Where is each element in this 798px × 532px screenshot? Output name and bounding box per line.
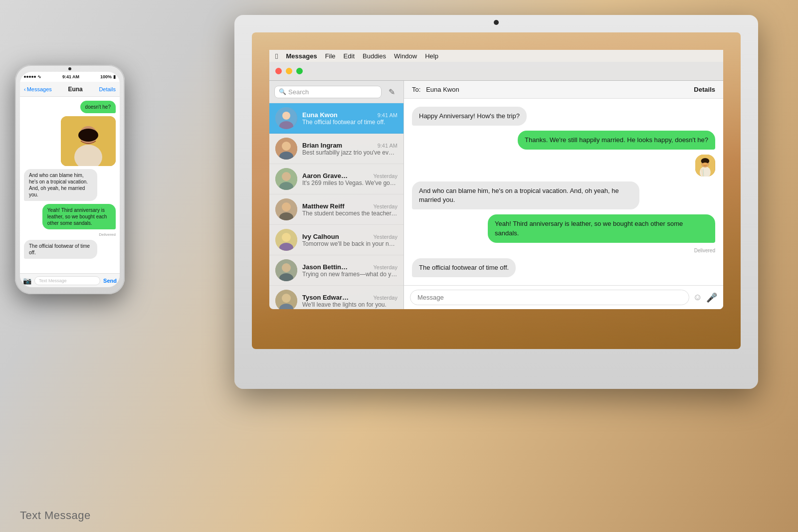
chat-messages: Happy Anniversary! How's the trip? Thank… <box>404 99 723 285</box>
emoji-button[interactable]: ☺ <box>693 292 702 303</box>
avatar-brian <box>275 138 297 160</box>
conv-details-tyson: Tyson Edwar… Yesterday We'll leave the l… <box>302 294 398 308</box>
menu-buddies[interactable]: Buddies <box>363 52 386 60</box>
ios-msg-3: And who can blame him, he's on a tropica… <box>24 169 97 201</box>
menu-file[interactable]: File <box>325 52 336 60</box>
signal-dot-4 <box>31 76 33 78</box>
conv-preview-jason: Trying on new frames—what do you think o… <box>302 271 398 278</box>
conversation-item-matthew[interactable]: Matthew Reiff Yesterday The student beco… <box>269 194 403 225</box>
svg-rect-29 <box>701 169 710 177</box>
svg-point-7 <box>282 172 291 181</box>
conv-time-matthew: Yesterday <box>373 203 398 209</box>
to-prefix: To: <box>412 86 420 93</box>
conv-name-tyson: Tyson Edwar… <box>302 294 349 301</box>
wifi-icon: ∿ <box>37 74 41 79</box>
signal-dot-1 <box>24 76 26 78</box>
back-arrow-icon: ‹ <box>24 86 26 92</box>
conv-preview-ivy: Tomorrow we'll be back in your neighborh… <box>302 240 398 247</box>
avatar-aaron <box>275 168 297 190</box>
message-input[interactable] <box>410 290 689 305</box>
chat-contact-name: Euna Kwon <box>426 86 459 93</box>
ios-input-bar: 📷 Text Message Send <box>20 273 120 287</box>
ios-msg-6: The official footwear of time off. <box>24 240 97 259</box>
avatar-euna <box>275 107 297 129</box>
ios-delivered-label: Delivered <box>24 232 116 237</box>
macbook-frame:  Messages File Edit Buddies Window Help <box>234 15 758 389</box>
menu-edit[interactable]: Edit <box>344 52 355 60</box>
conversation-item-jason[interactable]: Jason Bettin… Yesterday Trying on new fr… <box>269 255 403 286</box>
svg-point-19 <box>282 294 291 303</box>
minimize-button[interactable] <box>286 68 292 74</box>
message-6: The official footwear of time off. <box>412 258 516 277</box>
ios-camera-icon[interactable]: 📷 <box>23 277 31 285</box>
svg-point-1 <box>282 112 290 120</box>
conv-name-aaron: Aaron Grave… <box>302 172 348 179</box>
conversation-item-tyson[interactable]: Tyson Edwar… Yesterday We'll leave the l… <box>269 286 403 309</box>
menu-help[interactable]: Help <box>425 52 438 60</box>
search-input-wrap[interactable]: 🔍 Search <box>274 86 382 98</box>
battery-label: 100% <box>100 74 112 79</box>
conv-details-jason: Jason Bettin… Yesterday Trying on new fr… <box>302 263 398 278</box>
ios-back-button[interactable]: ‹ Messages <box>24 86 52 92</box>
maximize-button[interactable] <box>296 68 303 74</box>
avatar-tyson <box>275 290 297 309</box>
compose-button[interactable]: ✎ <box>385 85 399 99</box>
macbook-screen:  Messages File Edit Buddies Window Help <box>252 32 741 349</box>
conversation-item-euna[interactable]: Euna Kwon 9:41 AM The official footwear … <box>269 103 403 134</box>
svg-point-16 <box>282 263 291 272</box>
avatar-matthew <box>275 198 297 220</box>
status-left: ∿ <box>24 74 41 79</box>
message-5: Yeah! Third anniversary is leather, so w… <box>488 214 715 242</box>
conv-time-brian: 9:41 AM <box>378 143 398 149</box>
conv-name-euna: Euna Kwon <box>302 111 338 119</box>
back-label: Messages <box>27 86 52 92</box>
chat-area: To: Euna Kwon Details Happy Anniversary!… <box>404 81 723 309</box>
conversation-item-aaron[interactable]: Aaron Grave… Yesterday It's 269 miles to… <box>269 164 403 194</box>
conv-details-ivy: Ivy Calhoun Yesterday Tomorrow we'll be … <box>302 233 398 247</box>
iphone-frame: ∿ 9:41 AM 100% ▮ ‹ Messages Euna Details <box>15 65 125 294</box>
iphone-camera <box>68 67 71 70</box>
ios-send-button[interactable]: Send <box>103 278 117 284</box>
app-name-label: Messages <box>286 52 317 60</box>
conversation-item-ivy[interactable]: Ivy Calhoun Yesterday Tomorrow we'll be … <box>269 225 403 255</box>
ios-status-bar: ∿ 9:41 AM 100% ▮ <box>20 72 120 82</box>
message-4: And who can blame him, he's on a tropica… <box>412 181 639 209</box>
svg-point-4 <box>282 142 291 151</box>
chat-details-button[interactable]: Details <box>694 86 715 93</box>
window-body: 🔍 Search ✎ <box>269 81 723 309</box>
menu-bar:  Messages File Edit Buddies Window Help <box>269 50 723 62</box>
text-message-footer-label: Text Message <box>20 509 91 522</box>
ios-msg-1: doesn't he? <box>80 101 116 113</box>
conv-name-ivy: Ivy Calhoun <box>302 233 339 240</box>
ios-details-button[interactable]: Details <box>99 86 116 92</box>
conv-details-euna: Euna Kwon 9:41 AM The official footwear … <box>302 111 398 126</box>
menu-window[interactable]: Window <box>394 52 417 60</box>
avatar-ivy <box>275 229 297 251</box>
conv-time-euna: 9:41 AM <box>378 112 398 118</box>
ios-messages: doesn't he? And who can blame h <box>20 97 120 273</box>
conv-preview-matthew: The student becomes the teacher. And vic… <box>302 210 398 217</box>
iphone-screen: ∿ 9:41 AM 100% ▮ ‹ Messages Euna Details <box>20 72 120 287</box>
conversation-item-brian[interactable]: Brian Ingram 9:41 AM Best surfabilly jaz… <box>269 134 403 164</box>
svg-point-10 <box>282 202 291 211</box>
battery-icon: ▮ <box>113 74 116 79</box>
close-button[interactable] <box>275 68 282 74</box>
ios-msg-image-inner <box>61 116 116 166</box>
mic-button[interactable]: 🎤 <box>706 292 717 303</box>
window-chrome <box>269 62 723 81</box>
conv-time-jason: Yesterday <box>373 264 398 270</box>
avatar-jason <box>275 259 297 281</box>
ios-text-input[interactable]: Text Message <box>34 276 100 285</box>
conv-details-matthew: Matthew Reiff Yesterday The student beco… <box>302 202 398 217</box>
sidebar: 🔍 Search ✎ <box>269 81 404 309</box>
conv-preview-aaron: It's 269 miles to Vegas. We've got a ful… <box>302 179 398 186</box>
iphone: ∿ 9:41 AM 100% ▮ ‹ Messages Euna Details <box>15 65 125 294</box>
signal-dot-3 <box>29 76 31 78</box>
message-1: Happy Anniversary! How's the trip? <box>412 107 527 126</box>
ios-msg-4: Yeah! Third anniversary is leather, so w… <box>42 204 116 229</box>
ios-nav-bar: ‹ Messages Euna Details <box>20 82 120 97</box>
conv-details-brian: Brian Ingram 9:41 AM Best surfabilly jaz… <box>302 142 398 156</box>
ios-contact-name: Euna <box>68 86 82 93</box>
chat-header: To: Euna Kwon Details <box>404 81 723 99</box>
messages-window: 🔍 Search ✎ <box>269 62 723 309</box>
